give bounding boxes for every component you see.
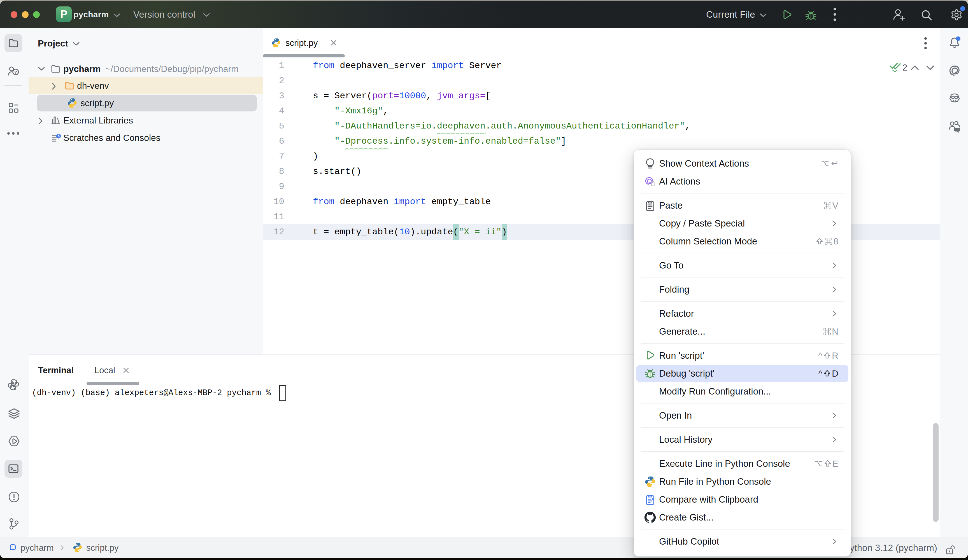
svg-text:?: ? — [14, 70, 17, 75]
